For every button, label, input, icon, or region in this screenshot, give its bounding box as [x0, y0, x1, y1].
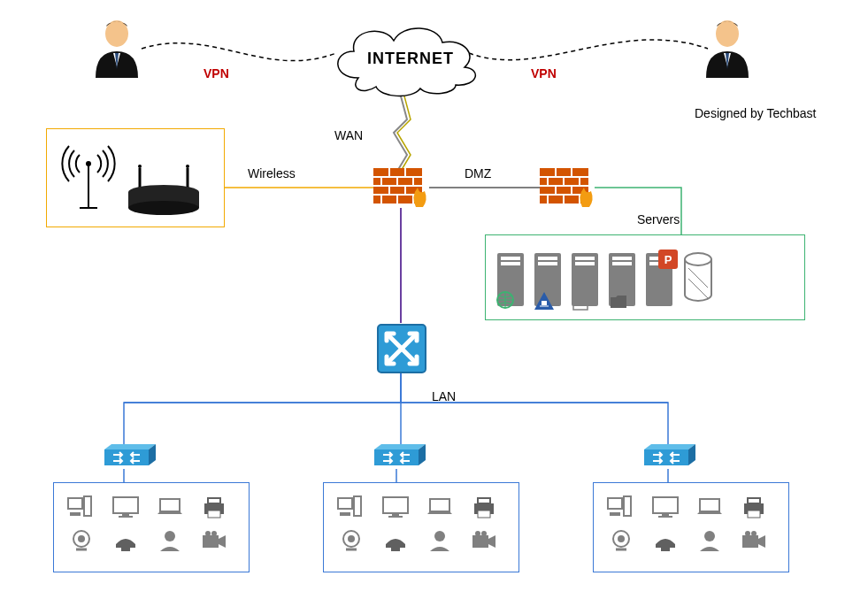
- svg-rect-106: [610, 512, 620, 516]
- devices-1: [65, 494, 230, 554]
- svg-rect-88: [354, 496, 361, 516]
- svg-rect-72: [70, 512, 81, 516]
- svg-rect-109: [658, 516, 672, 518]
- pc-icon: [605, 494, 637, 520]
- webcam-icon: [65, 527, 97, 554]
- camera-icon: [198, 527, 230, 554]
- svg-rect-113: [748, 511, 760, 518]
- server-db: [683, 252, 713, 306]
- svg-point-43: [578, 296, 583, 301]
- laptop-icon: [424, 494, 456, 520]
- vpn-user-right: [699, 18, 756, 82]
- svg-rect-82: [121, 542, 130, 551]
- svg-rect-52: [644, 449, 688, 465]
- internet-cloud: INTERNET: [323, 16, 487, 103]
- svg-point-119: [745, 531, 750, 536]
- svg-point-98: [348, 535, 355, 542]
- laptop-icon: [694, 494, 726, 520]
- user-icon: [694, 527, 726, 554]
- pc-icon: [65, 494, 97, 520]
- svg-rect-70: [68, 498, 82, 509]
- wireless-label: Wireless: [248, 166, 296, 180]
- svg-rect-105: [624, 496, 631, 516]
- webcam-icon: [335, 527, 367, 554]
- core-switch-icon: [376, 323, 427, 377]
- vpn-label-left: VPN: [204, 66, 229, 81]
- svg-rect-116: [661, 542, 670, 551]
- svg-rect-78: [208, 498, 220, 503]
- svg-line-48: [688, 279, 708, 298]
- svg-rect-92: [388, 516, 403, 518]
- svg-point-100: [434, 531, 445, 541]
- devices-3: [605, 494, 770, 554]
- svg-point-1: [716, 20, 739, 47]
- svg-rect-71: [84, 496, 91, 516]
- svg-point-103: [481, 531, 487, 536]
- vpn-line-right: [469, 40, 708, 60]
- dmz-label: DMZ: [465, 166, 491, 180]
- wireless-antenna-icon: [62, 142, 115, 215]
- svg-rect-74: [122, 513, 129, 516]
- firewall-main-icon: [373, 168, 431, 215]
- svg-point-86: [211, 531, 217, 536]
- pc-icon: [335, 494, 367, 520]
- svg-rect-40: [542, 301, 547, 305]
- svg-rect-110: [700, 499, 719, 511]
- svg-rect-90: [383, 497, 408, 513]
- credit-label: Designed by Techbast: [695, 106, 817, 120]
- user-icon: [154, 527, 186, 554]
- svg-point-8: [128, 201, 199, 215]
- svg-rect-84: [203, 535, 219, 548]
- monitor-icon: [110, 494, 142, 520]
- access-switch-2-icon: [367, 442, 429, 473]
- svg-rect-50: [104, 449, 149, 465]
- svg-point-115: [618, 535, 625, 542]
- servers-row: P: [497, 252, 713, 306]
- laptop-icon: [154, 494, 186, 520]
- link-servers: [595, 188, 681, 234]
- svg-point-83: [165, 531, 175, 541]
- svg-rect-75: [119, 516, 133, 518]
- vpn-user-left: [88, 18, 145, 82]
- vpn-label-right: VPN: [531, 66, 557, 81]
- phone-icon: [649, 527, 681, 554]
- server-ppt: P: [646, 253, 672, 306]
- svg-rect-96: [478, 511, 490, 518]
- svg-point-0: [105, 20, 128, 47]
- svg-rect-112: [748, 498, 760, 503]
- phone-icon: [380, 527, 411, 554]
- user-icon: [424, 527, 456, 554]
- svg-rect-76: [160, 499, 180, 511]
- printer-icon: [198, 494, 230, 520]
- server-web: [497, 253, 524, 306]
- svg-rect-91: [392, 513, 399, 516]
- vpn-line-left: [142, 43, 336, 61]
- svg-rect-87: [338, 498, 352, 509]
- svg-point-81: [78, 535, 85, 542]
- servers-label: Servers: [637, 212, 680, 227]
- link-lan-1: [124, 372, 401, 447]
- firewall-dmz-icon: [540, 168, 597, 215]
- svg-rect-108: [662, 513, 669, 516]
- wan-lightning: [394, 93, 407, 173]
- svg-rect-93: [430, 499, 449, 511]
- monitor-icon: [649, 494, 681, 520]
- svg-rect-107: [653, 497, 678, 513]
- webcam-icon: [605, 527, 637, 554]
- svg-rect-99: [391, 542, 400, 551]
- camera-icon: [738, 527, 770, 554]
- svg-point-10: [186, 165, 189, 168]
- svg-line-47: [688, 268, 708, 288]
- monitor-icon: [380, 494, 411, 520]
- svg-point-85: [205, 531, 211, 536]
- wireless-router-icon: [124, 164, 204, 219]
- wan-label: WAN: [334, 128, 363, 142]
- lan-label: LAN: [432, 389, 456, 403]
- internet-label: INTERNET: [367, 50, 454, 68]
- devices-2: [335, 494, 500, 554]
- server-file: [609, 253, 635, 306]
- svg-point-46: [685, 253, 711, 265]
- printer-icon: [738, 494, 770, 520]
- svg-text:P: P: [664, 253, 672, 266]
- server-user: [572, 253, 598, 306]
